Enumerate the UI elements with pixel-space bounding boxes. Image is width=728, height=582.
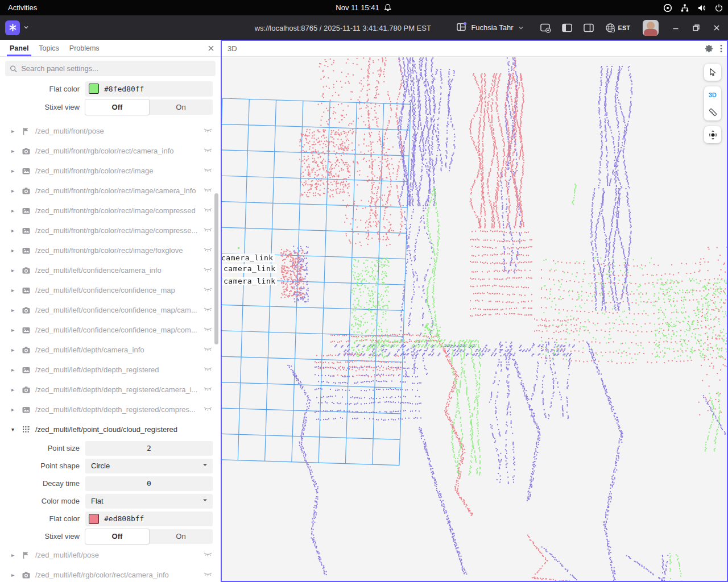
topic-row[interactable]: ▸ /zed_multi/left/confidence/camera_info (0, 260, 221, 280)
number-input[interactable]: 0 (85, 476, 213, 491)
app-indicator-swirl-icon[interactable] (663, 3, 672, 13)
visibility-eye-closed-icon[interactable] (203, 365, 213, 375)
measure-tool-button[interactable] (704, 103, 721, 120)
topic-row[interactable]: ▸ /zed_multi/left/pose (0, 545, 221, 565)
add-panel-button[interactable] (537, 19, 554, 36)
topic-row[interactable]: ▸ /zed_multi/front/rgb/color/rect/image/… (0, 240, 221, 260)
color-swatch[interactable] (89, 84, 99, 94)
visibility-eye-closed-icon[interactable] (203, 186, 213, 196)
window-restore-button[interactable] (688, 20, 704, 36)
orbit-icon (708, 130, 718, 140)
topic-row[interactable]: ▸ /zed_multi/left/depth/depth_registered… (0, 400, 221, 419)
color-swatch[interactable] (89, 514, 99, 524)
topic-row[interactable]: ▸ /zed_multi/left/depth/depth_registered… (0, 380, 221, 400)
topic-row[interactable]: ▾ /zed_multi/left/point_cloud/cloud_regi… (0, 419, 221, 439)
3d-panel-header[interactable]: 3D (222, 41, 727, 57)
window-close-button[interactable] (709, 20, 725, 36)
topic-row[interactable]: ▸ /zed_multi/front/rgb/color/rect/image (0, 161, 221, 181)
topic-row[interactable]: ▸ /zed_multi/left/confidence/confidence_… (0, 300, 221, 320)
visibility-eye-closed-icon[interactable] (203, 246, 213, 256)
user-avatar[interactable] (643, 20, 659, 36)
color-input[interactable]: #ed808bff (85, 512, 213, 526)
expander-chevron-icon[interactable]: ▸ (11, 367, 22, 373)
expander-chevron-icon[interactable]: ▸ (11, 168, 22, 174)
expander-chevron-icon[interactable]: ▸ (11, 552, 22, 558)
right-sidebar-toggle[interactable] (580, 19, 597, 36)
window-minimize-button[interactable] (668, 20, 684, 36)
3d-camera-mode-button[interactable]: 3D (704, 86, 721, 103)
visibility-eye-closed-icon[interactable] (203, 166, 213, 176)
visibility-eye-closed-icon[interactable] (203, 550, 213, 560)
toggle-option-off[interactable]: Off (85, 99, 149, 115)
toggle-option-off[interactable]: Off (85, 529, 149, 544)
sidebar-close-button[interactable] (207, 40, 215, 56)
3d-viewport[interactable]: camera_link camera_link camera_link (222, 57, 727, 581)
visibility-eye-closed-icon[interactable] (203, 126, 213, 136)
expander-chevron-icon[interactable]: ▸ (11, 188, 22, 194)
select-tool-button[interactable] (704, 64, 721, 81)
network-tree-icon[interactable] (680, 3, 689, 13)
panel-settings-search[interactable] (5, 61, 216, 76)
tab-topics[interactable]: Topics (34, 40, 64, 56)
notification-bell-icon[interactable] (384, 3, 392, 12)
topic-row[interactable]: ▸ /zed_multi/front/rgb/color/rect/image/… (0, 201, 221, 221)
expander-chevron-icon[interactable]: ▸ (11, 572, 22, 578)
color-input[interactable]: #8fed80ff (85, 81, 213, 97)
topic-row[interactable]: ▸ /zed_multi/left/depth/depth_registered (0, 360, 221, 380)
visibility-eye-closed-icon[interactable] (203, 146, 213, 156)
tab-panel[interactable]: Panel (5, 40, 34, 56)
volume-icon[interactable] (697, 3, 706, 13)
toggle-option-on[interactable]: On (149, 99, 213, 115)
layout-picker[interactable]: Fuchsia Tahr (456, 22, 524, 34)
visibility-eye-closed-icon[interactable] (203, 305, 213, 315)
topic-row[interactable]: ▸ /zed_multi/front/rgb/color/rect/image/… (0, 221, 221, 240)
expander-chevron-icon[interactable]: ▸ (11, 267, 22, 273)
expander-chevron-icon[interactable]: ▸ (11, 148, 22, 154)
visibility-eye-closed-icon[interactable] (203, 226, 213, 236)
topic-row[interactable]: ▸ /zed_multi/left/confidence/confidence_… (0, 320, 221, 340)
search-input[interactable] (21, 64, 211, 73)
visibility-eye-closed-icon[interactable] (203, 385, 213, 395)
sidebar-scrollbar[interactable] (214, 193, 218, 344)
topic-row[interactable]: ▸ /zed_multi/front/rgb/color/rect/camera… (0, 141, 221, 161)
expander-chevron-icon[interactable]: ▸ (11, 386, 22, 393)
expander-chevron-icon[interactable]: ▸ (11, 287, 22, 293)
expander-chevron-icon[interactable]: ▸ (11, 406, 22, 413)
visibility-eye-closed-icon[interactable] (203, 345, 213, 355)
left-sidebar-toggle[interactable] (559, 19, 576, 36)
timezone-indicator[interactable]: EST (605, 23, 630, 33)
visibility-eye-closed-icon[interactable] (203, 206, 213, 216)
tab-problems[interactable]: Problems (64, 40, 105, 56)
topic-row[interactable]: ▸ /zed_multi/left/depth/camera_info (0, 340, 221, 360)
panel-menu-kebab-icon[interactable] (720, 44, 722, 53)
expander-chevron-icon[interactable]: ▸ (11, 128, 22, 134)
expander-chevron-icon[interactable]: ▸ (11, 247, 22, 253)
expander-chevron-icon[interactable]: ▸ (11, 207, 22, 214)
power-icon[interactable] (714, 3, 723, 13)
topic-row[interactable]: ▸ /zed_multi/left/rgb/color/rect/camera_… (0, 565, 221, 582)
setting-label: Point shape (0, 462, 85, 470)
topic-row[interactable]: ▸ /zed_multi/left/confidence/confidence_… (0, 280, 221, 300)
panel-settings-gear-icon[interactable] (705, 44, 713, 53)
orbit-controls-button[interactable] (704, 126, 721, 143)
expander-chevron-icon[interactable]: ▸ (11, 347, 22, 353)
expander-chevron-icon[interactable]: ▸ (11, 307, 22, 313)
toggle-option-on[interactable]: On (149, 529, 213, 544)
number-input[interactable]: 2 (85, 441, 213, 456)
topic-row[interactable]: ▸ /zed_multi/front/rgb/color/rect/image/… (0, 181, 221, 201)
app-menu-button[interactable] (5, 20, 20, 35)
system-clock[interactable]: Nov 11 15:41 (336, 3, 379, 12)
activities-button[interactable]: Activities (0, 0, 45, 15)
expander-chevron-icon[interactable]: ▸ (11, 327, 22, 333)
visibility-eye-closed-icon[interactable] (203, 570, 213, 580)
visibility-eye-closed-icon[interactable] (203, 405, 213, 415)
expander-chevron-icon[interactable]: ▸ (11, 227, 22, 234)
visibility-eye-closed-icon[interactable] (203, 265, 213, 276)
select-dropdown[interactable]: Flat (85, 494, 213, 509)
3d-scene-canvas[interactable] (222, 57, 727, 581)
topic-row[interactable]: ▸ /zed_multi/front/pose (0, 121, 221, 141)
select-dropdown[interactable]: Circle (85, 459, 213, 473)
visibility-eye-closed-icon[interactable] (203, 285, 213, 296)
expander-chevron-icon[interactable]: ▾ (11, 426, 22, 433)
visibility-eye-closed-icon[interactable] (203, 325, 213, 335)
